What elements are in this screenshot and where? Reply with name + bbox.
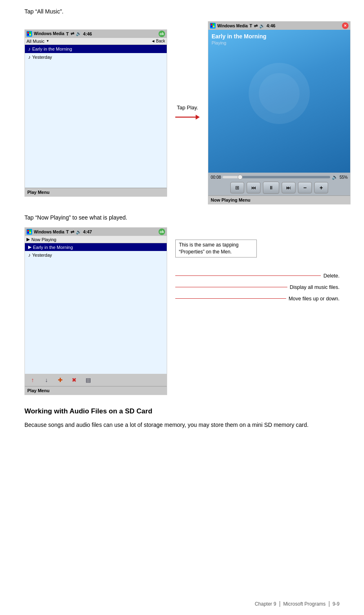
wm-title-2: Windows Media bbox=[217, 24, 248, 28]
np-album-art bbox=[212, 49, 347, 138]
np-progress-fill bbox=[223, 176, 239, 178]
display-line bbox=[175, 287, 287, 287]
svg-rect-6 bbox=[211, 24, 212, 25]
bottom-section: Windows Media T ⇌ 🔊 4:47 ok ▶ Now Playin… bbox=[24, 227, 340, 395]
toolbar-label-3: Now Playing bbox=[31, 237, 56, 242]
svg-rect-1 bbox=[29, 32, 31, 33]
page-footer: Chapter 9 Microsoft Programs 9-9 bbox=[255, 601, 340, 607]
network-icon-3: ⇌ bbox=[71, 229, 74, 235]
network-icon-2: ⇌ bbox=[254, 23, 258, 29]
play-arrow-icon: ▶ bbox=[28, 244, 31, 250]
delete-line bbox=[175, 275, 321, 276]
page-content: Tap “All Music”. bbox=[0, 0, 364, 450]
music-list-1: ♪ Early in the Morning ♪ Yesterday bbox=[25, 45, 167, 188]
wm-logo-2 bbox=[210, 23, 216, 29]
delete-btn[interactable]: ✖ bbox=[69, 375, 79, 384]
wm-screen-2: Windows Media T ⇌ 🔊 4:46 ✕ Early in the … bbox=[208, 22, 350, 204]
list-item-3-1[interactable]: ♪ Yesterday bbox=[25, 251, 167, 259]
section-body: Because songs and audio files can use a … bbox=[24, 420, 340, 429]
tap-play-arrow bbox=[175, 113, 200, 121]
svg-rect-11 bbox=[29, 230, 31, 231]
list-item-1-1[interactable]: ♪ Yesterday bbox=[25, 53, 167, 61]
titlebar-2: Windows Media T ⇌ 🔊 4:46 ✕ bbox=[208, 22, 350, 30]
footer-1[interactable]: Play Menu bbox=[25, 188, 167, 196]
ok-btn-3[interactable]: ok bbox=[159, 229, 165, 235]
wm-logo-1 bbox=[26, 31, 32, 37]
dropdown-arrow-1[interactable]: ▼ bbox=[46, 39, 49, 43]
titlebar-1: Windows Media T ⇌ 🔊 4:46 ok bbox=[25, 30, 167, 38]
footer-2[interactable]: Now Playing Menu bbox=[208, 195, 350, 204]
titlebar-3: Windows Media T ⇌ 🔊 4:47 ok bbox=[25, 228, 167, 236]
toolbar-3: ▶ Now Playing bbox=[25, 236, 167, 243]
np-body: Early in the Morning Playing bbox=[208, 30, 350, 173]
volume-icon-2: 🔊 bbox=[259, 23, 265, 29]
svg-marker-5 bbox=[196, 115, 200, 120]
move-down-btn[interactable]: ↓ bbox=[41, 375, 52, 384]
np-minus-btn[interactable]: − bbox=[298, 182, 312, 193]
np-progress-track[interactable] bbox=[223, 176, 330, 178]
intro-text-2: Tap “Now Playing” to see what is played. bbox=[24, 214, 340, 221]
volume-icon-1: 🔊 bbox=[76, 31, 82, 36]
screenshots-row: Windows Media T ⇌ 🔊 4:46 ok All Music ▼ bbox=[24, 21, 340, 204]
signal-icon-3: T bbox=[66, 229, 69, 234]
np-playlist-btn[interactable]: ⊞ bbox=[230, 182, 244, 193]
footer-divider bbox=[280, 601, 280, 607]
np-volume-icon: 🔊 bbox=[332, 174, 338, 180]
now-playing-arrow: ▶ bbox=[26, 237, 30, 242]
annotation-display: Display all music files. bbox=[175, 284, 340, 290]
svg-rect-12 bbox=[27, 232, 29, 233]
svg-rect-9 bbox=[213, 26, 214, 27]
wm-title-3: Windows Media bbox=[34, 230, 64, 234]
svg-rect-0 bbox=[27, 32, 29, 33]
np-progress-thumb bbox=[238, 175, 243, 180]
back-btn-1[interactable]: ◄ Back bbox=[151, 39, 165, 43]
ok-btn-1[interactable]: ok bbox=[159, 31, 165, 37]
np-pause-btn[interactable]: ⏸ bbox=[263, 182, 279, 194]
svg-rect-10 bbox=[27, 230, 29, 231]
footer-3[interactable]: Play Menu bbox=[25, 386, 167, 395]
callout-box-wrapper: This is the same as tapping “Properties”… bbox=[175, 240, 340, 258]
np-status: Playing bbox=[212, 40, 347, 45]
time-3: 4:47 bbox=[83, 229, 92, 234]
screenshot-np-list: Windows Media T ⇌ 🔊 4:47 ok ▶ Now Playin… bbox=[24, 227, 167, 395]
list-item-1-0[interactable]: ♪ Early in the Morning bbox=[25, 45, 167, 53]
annotations-area: This is the same as tapping “Properties”… bbox=[175, 227, 340, 304]
music-icon-1-0: ♪ bbox=[28, 46, 31, 52]
toolbar-label-1: All Music bbox=[26, 39, 44, 44]
move-line bbox=[175, 298, 286, 299]
time-2: 4:46 bbox=[267, 23, 276, 28]
back-icon-1: ◄ bbox=[151, 39, 155, 43]
arrow-label: Tap Play. bbox=[177, 104, 199, 111]
wm-logo-3 bbox=[26, 229, 32, 235]
network-icon-1: ⇌ bbox=[71, 31, 74, 36]
list-item-3-0[interactable]: ▶ Early in the Morning bbox=[25, 243, 167, 251]
np-prev-btn[interactable]: ⏮ bbox=[247, 182, 260, 193]
music-icon-3-1: ♪ bbox=[28, 252, 31, 258]
np-plus-btn[interactable]: + bbox=[314, 182, 328, 193]
np-buttons-row: ⊞ ⏮ ⏸ ⏭ − + bbox=[211, 182, 348, 194]
add-btn[interactable]: ✚ bbox=[55, 375, 66, 384]
svg-rect-8 bbox=[211, 26, 212, 27]
np-next-btn[interactable]: ⏭ bbox=[282, 182, 296, 193]
np-song-title: Early in the Morning bbox=[212, 33, 347, 40]
delete-label: Delete. bbox=[323, 273, 340, 279]
toolbar-1: All Music ▼ ◄ Back bbox=[25, 38, 167, 45]
intro-text-1: Tap “All Music”. bbox=[24, 8, 340, 15]
footer-section: Microsoft Programs bbox=[283, 601, 326, 607]
time-1: 4:46 bbox=[83, 31, 92, 36]
np-list-body: ▶ Early in the Morning ♪ Yesterday bbox=[25, 243, 167, 374]
np-volume-pct: 55% bbox=[340, 175, 348, 180]
svg-rect-3 bbox=[29, 34, 31, 36]
move-up-btn[interactable]: ↑ bbox=[27, 375, 38, 384]
arrow-area: Tap Play. bbox=[171, 104, 204, 121]
wm-title-1: Windows Media bbox=[34, 31, 64, 36]
callout-box: This is the same as tapping “Properties”… bbox=[175, 240, 257, 258]
svg-rect-2 bbox=[27, 34, 29, 36]
section-title: Working with Audio Files on a SD Card bbox=[24, 407, 340, 415]
display-btn[interactable]: ▤ bbox=[83, 375, 93, 384]
close-btn-2[interactable]: ✕ bbox=[342, 22, 349, 29]
screenshot-now-playing: Windows Media T ⇌ 🔊 4:46 ✕ Early in the … bbox=[208, 21, 351, 204]
music-icon-1-1: ♪ bbox=[28, 54, 31, 60]
footer-divider-2 bbox=[329, 601, 329, 607]
svg-rect-13 bbox=[29, 232, 31, 233]
